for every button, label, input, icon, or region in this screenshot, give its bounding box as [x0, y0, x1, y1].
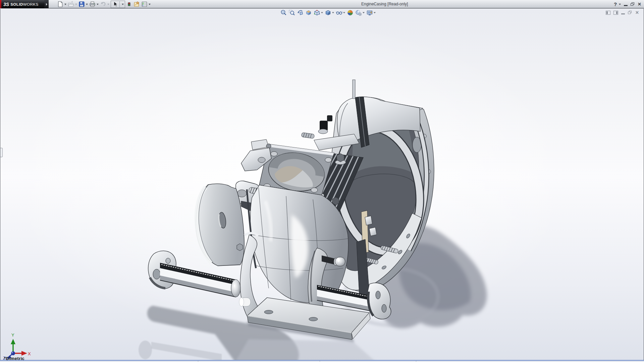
- previous-view-button[interactable]: [297, 9, 304, 16]
- section-view-button[interactable]: [305, 9, 312, 16]
- display-style-icon: [325, 9, 331, 16]
- pane-left-button[interactable]: [606, 11, 610, 15]
- doc-restore-icon-front: [628, 12, 631, 14]
- side-cover-disc: [196, 184, 244, 266]
- pane-left-icon: [606, 11, 608, 14]
- view-settings-button[interactable]: [355, 9, 365, 16]
- triad-y-axis: Y: [11, 333, 15, 353]
- dropdown-caret[interactable]: [321, 12, 323, 13]
- apply-scene-icon: [347, 9, 354, 16]
- pane-right-button[interactable]: [613, 11, 618, 15]
- triad-y-label: Y: [11, 333, 14, 338]
- white-bushing: [239, 298, 251, 306]
- hide-show-items-icon: [336, 9, 342, 16]
- zoom-fit-icon: [280, 9, 287, 16]
- statusbar-divider: [320, 361, 320, 362]
- previous-view-icon: [297, 9, 304, 16]
- apply-scene-button[interactable]: [347, 9, 354, 16]
- solidworks-window: 3S SOLIDWORKS: [0, 0, 644, 362]
- zoom-fit-button[interactable]: [280, 9, 287, 16]
- doc-minimize-button[interactable]: [621, 13, 625, 14]
- statusbar: [0, 360, 644, 362]
- section-view-icon: [305, 9, 312, 16]
- document-window-controls: ✕: [606, 10, 639, 15]
- statusbar-divider: [198, 361, 198, 362]
- view-orientation-button[interactable]: [314, 9, 323, 16]
- zoom-area-button[interactable]: [288, 9, 295, 16]
- statusbar-divider: [416, 361, 416, 362]
- hide-show-items-button[interactable]: [336, 9, 345, 16]
- pane-right-icon: [616, 11, 618, 14]
- camera-view-icon: [366, 9, 373, 16]
- view-orientation-icon: [314, 9, 320, 16]
- headsup-view-toolbar: [280, 9, 376, 16]
- zoom-area-icon: [288, 9, 295, 16]
- view-settings-icon: [355, 9, 362, 16]
- display-style-button[interactable]: [325, 9, 334, 16]
- graphics-viewport[interactable]: ✕ Y X Z *Dimetric: [0, 9, 644, 360]
- dropdown-caret[interactable]: [363, 12, 365, 13]
- triad-x-axis: X: [13, 351, 31, 356]
- engine-casing-model: [0, 0, 644, 362]
- triad-x-label: X: [28, 351, 31, 356]
- dropdown-caret[interactable]: [332, 12, 334, 13]
- dropdown-caret[interactable]: [374, 12, 376, 13]
- orientation-triad: Y X Z: [0, 327, 41, 360]
- doc-restore-button[interactable]: [628, 11, 632, 15]
- feature-manager-collapsed-tab[interactable]: [0, 148, 3, 157]
- dropdown-caret[interactable]: [343, 12, 345, 13]
- camera-view-button[interactable]: [366, 9, 376, 16]
- doc-close-button[interactable]: ✕: [635, 10, 639, 15]
